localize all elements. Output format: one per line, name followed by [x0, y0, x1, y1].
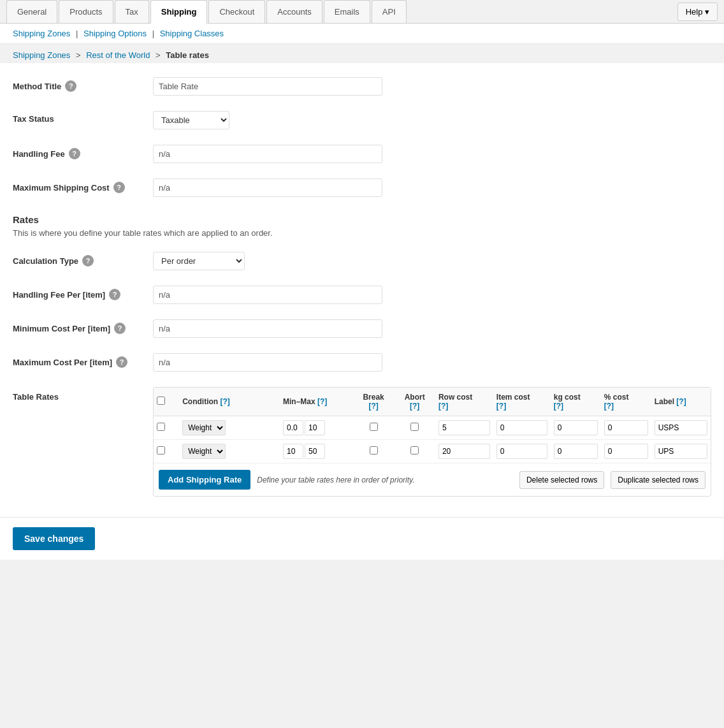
pct-cost-help-link[interactable]: [?] [604, 402, 614, 411]
item-cost-input-1[interactable] [496, 444, 547, 459]
kg-cost-input-0[interactable] [554, 420, 598, 435]
kg-cost-input-1[interactable] [554, 444, 598, 459]
item-cost-input-0[interactable] [496, 420, 547, 435]
subnav-shipping-options[interactable]: Shipping Options [83, 29, 147, 38]
max-cost-per-item-field [153, 353, 711, 372]
method-title-row: Method Title ? [13, 69, 711, 103]
pct-cost-input-1[interactable] [604, 444, 648, 459]
col-pct-cost-header: % cost [?] [601, 388, 651, 416]
method-title-input[interactable] [153, 77, 382, 96]
tab-products[interactable]: Products [59, 0, 113, 23]
kg-cost-help-link[interactable]: [?] [554, 402, 563, 411]
table-row: Weight Price Item [154, 440, 711, 463]
save-changes-button[interactable]: Save changes [13, 527, 95, 550]
method-title-label: Method Title ? [13, 77, 153, 92]
sub-navigation: Shipping Zones | Shipping Options | Ship… [0, 24, 724, 44]
pct-cost-input-0[interactable] [604, 420, 648, 435]
max-cost-per-item-help-icon[interactable]: ? [116, 356, 127, 368]
max-cost-per-item-label: Maximum Cost Per [item] ? [13, 353, 153, 368]
tax-status-select[interactable]: Taxable None [153, 111, 229, 129]
min-cost-per-item-label: Minimum Cost Per [item] ? [13, 319, 153, 334]
help-button[interactable]: Help ▾ [677, 3, 718, 21]
row-break-checkbox-1[interactable] [370, 446, 378, 455]
col-label-header: Label [?] [651, 388, 711, 416]
top-navigation: General Products Tax Shipping Checkout A… [0, 0, 724, 24]
rates-section-desc: This is where you define your table rate… [13, 228, 711, 244]
add-shipping-rate-button[interactable]: Add Shipping Rate [159, 470, 250, 490]
rates-section-title: Rates [13, 205, 711, 228]
tab-tax[interactable]: Tax [115, 0, 149, 23]
calculation-type-label: Calculation Type ? [13, 252, 153, 266]
handling-fee-per-item-help-icon[interactable]: ? [109, 289, 120, 300]
handling-fee-per-item-input[interactable] [153, 286, 382, 304]
row-break-checkbox-0[interactable] [370, 423, 378, 431]
label-input-1[interactable] [655, 444, 707, 459]
minmax-help-link[interactable]: [?] [317, 397, 327, 406]
handling-fee-per-item-row: Handling Fee Per [item] ? [13, 278, 711, 312]
tax-status-field: Taxable None [153, 111, 711, 129]
tax-status-label: Tax Status [13, 111, 153, 124]
save-bar: Save changes [0, 517, 724, 560]
select-all-checkbox[interactable] [157, 397, 165, 405]
col-abort-header: Abort [?] [394, 388, 435, 416]
label-input-0[interactable] [655, 420, 707, 435]
max-shipping-cost-row: Maximum Shipping Cost ? [13, 171, 711, 205]
tab-emails[interactable]: Emails [324, 0, 370, 23]
row-checkbox-1[interactable] [157, 446, 165, 455]
calculation-type-field: Per order Per item Per line item Per shi… [153, 252, 711, 270]
row-condition-select-1[interactable]: Weight Price Item [182, 444, 226, 459]
table-row: Weight Price Item [154, 416, 711, 440]
tax-status-row: Tax Status Taxable None [13, 103, 711, 137]
handling-fee-per-item-label: Handling Fee Per [item] ? [13, 286, 153, 300]
condition-help-link[interactable]: [?] [221, 397, 230, 406]
col-break-header: Break [?] [353, 388, 395, 416]
breadcrumb-zones-link[interactable]: Shipping Zones [13, 50, 70, 60]
min-cost-per-item-input[interactable] [153, 319, 382, 338]
delete-selected-rows-button[interactable]: Delete selected rows [519, 471, 604, 489]
tab-api[interactable]: API [372, 0, 407, 23]
max-shipping-cost-label: Maximum Shipping Cost ? [13, 178, 153, 193]
min-cost-per-item-field [153, 319, 711, 338]
subnav-shipping-classes[interactable]: Shipping Classes [160, 29, 224, 38]
row-min-input-0[interactable] [283, 420, 303, 435]
row-checkbox-0[interactable] [157, 423, 165, 431]
method-title-field [153, 77, 711, 96]
rates-footer: Add Shipping Rate Define your table rate… [154, 463, 711, 496]
row-max-input-1[interactable] [305, 444, 325, 459]
calculation-type-help-icon[interactable]: ? [82, 255, 94, 266]
handling-fee-input[interactable] [153, 145, 382, 163]
max-shipping-cost-help-icon[interactable]: ? [113, 182, 125, 193]
label-help-link[interactable]: [?] [676, 397, 686, 406]
min-cost-per-item-help-icon[interactable]: ? [114, 323, 126, 334]
footer-note: Define your table rates here in order of… [257, 476, 513, 484]
table-rates-row: Table Rates Condition [?] Min–Max [?] [13, 379, 711, 504]
break-help-link[interactable]: [?] [368, 402, 378, 411]
row-cost-input-1[interactable] [438, 444, 490, 459]
tab-general[interactable]: General [6, 0, 57, 23]
row-cost-input-0[interactable] [438, 420, 490, 435]
row-min-input-1[interactable] [283, 444, 303, 459]
handling-fee-per-item-field [153, 286, 711, 304]
col-condition-header: Condition [?] [179, 388, 280, 416]
tab-shipping[interactable]: Shipping [150, 0, 208, 24]
handling-fee-help-icon[interactable]: ? [69, 148, 80, 159]
abort-help-link[interactable]: [?] [410, 402, 419, 411]
row-abort-checkbox-1[interactable] [410, 446, 419, 455]
row-condition-select-0[interactable]: Weight Price Item [182, 420, 226, 435]
calculation-type-select[interactable]: Per order Per item Per line item Per shi… [153, 252, 245, 270]
breadcrumb-world-link[interactable]: Rest of the World [86, 50, 150, 60]
max-cost-per-item-row: Maximum Cost Per [item] ? [13, 346, 711, 379]
subnav-shipping-zones[interactable]: Shipping Zones [13, 29, 70, 38]
item-cost-help-link[interactable]: [?] [496, 402, 506, 411]
max-shipping-cost-input[interactable] [153, 178, 382, 197]
row-max-input-0[interactable] [305, 420, 325, 435]
method-title-help-icon[interactable]: ? [65, 80, 76, 92]
col-kg-cost-header: kg cost [?] [551, 388, 601, 416]
row-cost-help-link[interactable]: [?] [438, 402, 448, 411]
row-abort-checkbox-0[interactable] [410, 423, 419, 431]
duplicate-selected-rows-button[interactable]: Duplicate selected rows [611, 471, 706, 489]
tab-accounts[interactable]: Accounts [266, 0, 322, 23]
col-minmax-header: Min–Max [?] [280, 388, 353, 416]
max-cost-per-item-input[interactable] [153, 353, 382, 372]
tab-checkout[interactable]: Checkout [208, 0, 265, 23]
